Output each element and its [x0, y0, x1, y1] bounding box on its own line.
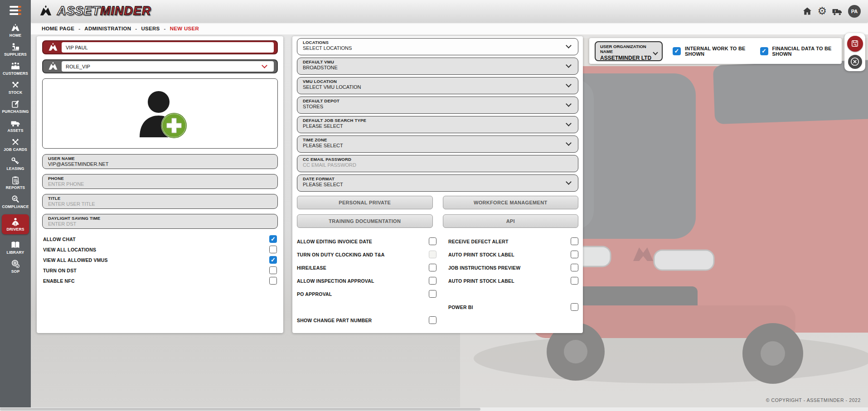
auto-print-stock-label-checkbox-2[interactable] [571, 277, 578, 285]
receive-defect-alert-row: RECEIVE DEFECT ALERT [448, 237, 578, 245]
sidebar-item-purchasing[interactable]: PURCHASING [0, 97, 31, 116]
user-organization-select[interactable]: USER ORGANIZATION NAME ASSETMINDER LTD [595, 41, 663, 61]
show-change-part-number-row: SHOW CHANGE PART NUMBER [297, 316, 436, 324]
daylight-saving-time-field[interactable]: DAYLIGHT SAVING TIME ENTER DST [42, 214, 278, 229]
vmu-location-select[interactable]: VMU LOCATION SELECT VMU LOCATION [297, 77, 578, 94]
locations-select[interactable]: LOCATIONS SELECT LOCATIONS [297, 38, 578, 55]
user-display-name-field[interactable]: VIP PAUL [42, 40, 278, 54]
breadcrumb: HOME PAGE - ADMINISTRATION - USERS - NEW… [31, 22, 868, 34]
sidebar-item-home[interactable]: HOME [0, 21, 31, 40]
sidebar-item-customers[interactable]: CUSTOMERS [0, 59, 31, 78]
auto-print-stock-label-row-1: AUTO PRINT STOCK LABEL [448, 251, 578, 258]
assetminder-logo-icon [48, 43, 58, 52]
view-all-locations-checkbox[interactable] [269, 246, 277, 253]
financial-data-checkbox[interactable] [760, 47, 768, 55]
cc-email-password-input[interactable]: CC EMAIL PASSWORD CC EMAIL PASSWORD [297, 155, 578, 172]
sidebar-item-job-cards[interactable]: JOB CARDS [0, 135, 31, 154]
section-buttons: PERSONAL PRIVATE WORKFORCE MANAGEMENT TR… [297, 196, 578, 228]
organization-panel: USER ORGANIZATION NAME ASSETMINDER LTD I… [589, 38, 842, 64]
receive-defect-alert-checkbox[interactable] [571, 237, 578, 245]
sidebar-item-stock[interactable]: STOCK [0, 78, 31, 97]
sidebar-item-drivers[interactable]: DRIVERS [2, 214, 29, 234]
financial-data-row: FINANCIAL DATA TO BE SHOWN [760, 46, 836, 57]
default-vmu-select[interactable]: DEFAULT VMU BROADSTONE [297, 58, 578, 75]
view-all-allowed-vmus-row: VIEW ALL ALLOWED VMUS [42, 255, 278, 265]
default-depot-select[interactable]: DEFAULT DEPOT STORES [297, 97, 578, 114]
show-change-part-number-checkbox[interactable] [429, 316, 436, 324]
horizontal-scrollbar[interactable] [0, 407, 868, 411]
auto-print-stock-label-checkbox-1[interactable] [571, 251, 578, 258]
sidebar-item-sop[interactable]: SOP [0, 257, 31, 276]
save-icon [850, 39, 859, 48]
time-zone-select[interactable]: TIME ZONE PLEASE SELECT [297, 135, 578, 153]
compliance-magnifier-icon [10, 195, 20, 203]
assets-truck-icon [10, 119, 20, 127]
hire-lease-checkbox[interactable] [429, 264, 436, 271]
job-cards-tools-icon [10, 138, 20, 146]
sidebar-item-suppliers[interactable]: SUPPLIERS [0, 40, 31, 59]
training-documentation-button[interactable]: TRAINING DOCUMENTATION [297, 214, 433, 228]
username-field[interactable]: USER NAME VIP@ASSETMINDER.NET [42, 154, 278, 169]
internal-work-row: INTERNAL WORK TO BE SHOWN [673, 46, 750, 57]
breadcrumb-administration[interactable]: ADMINISTRATION [84, 26, 131, 31]
role-select[interactable]: ROLE_VIP [42, 59, 278, 73]
turn-on-dst-checkbox[interactable] [269, 266, 277, 274]
permissions-checkbox-grid: ALLOW EDITING INVOICE DATE RECEIVE DEFEC… [297, 235, 578, 327]
view-all-allowed-vmus-checkbox[interactable] [269, 256, 277, 264]
top-bar: ASSETMINDER ⚙ i PA [31, 0, 868, 22]
workforce-management-button[interactable]: WORKFORCE MANAGEMENT [443, 196, 579, 209]
user-avatar[interactable]: PA [848, 5, 861, 18]
assetminder-logo-icon [39, 5, 53, 17]
hamburger-menu-icon[interactable] [0, 0, 31, 21]
breadcrumb-separator: - [135, 26, 137, 31]
suppliers-icon [10, 43, 20, 51]
save-button[interactable] [847, 36, 863, 52]
profile-photo-upload[interactable] [42, 78, 278, 149]
home-icon[interactable] [802, 6, 813, 17]
breadcrumb-users[interactable]: USERS [141, 26, 160, 31]
close-icon [850, 57, 860, 67]
breadcrumb-current-new-user: NEW USER [170, 26, 199, 31]
brand[interactable]: ASSETMINDER [39, 4, 151, 18]
chevron-down-icon [262, 63, 267, 68]
default-job-search-type-select[interactable]: DEFAULT JOB SEARCH TYPE PLEASE SELECT [297, 116, 578, 133]
api-button[interactable]: API [443, 214, 579, 228]
user-identity-panel: VIP PAUL ROLE_VIP USER NAME VIP@ASSETMIN… [37, 36, 283, 333]
sidebar-item-leasing[interactable]: LEASING [0, 154, 31, 173]
allow-chat-checkbox[interactable] [269, 235, 277, 243]
power-bi-checkbox[interactable] [571, 303, 578, 311]
personal-private-button[interactable]: PERSONAL PRIVATE [297, 196, 433, 209]
view-all-locations-row: VIEW ALL LOCATIONS [42, 244, 278, 255]
sop-globe-icon [10, 259, 20, 268]
po-approval-checkbox[interactable] [429, 290, 436, 298]
user-settings-panel: LOCATIONS SELECT LOCATIONS DEFAULT VMU B… [292, 36, 583, 333]
brand-title: ASSETMINDER [57, 4, 151, 18]
title-field[interactable]: TITLE ENTER USER TITLE [42, 194, 278, 209]
allow-editing-invoice-date-checkbox[interactable] [429, 237, 436, 245]
hire-lease-row: HIRE/LEASE [297, 264, 436, 271]
close-button[interactable] [848, 55, 862, 69]
library-book-icon [10, 241, 20, 249]
breadcrumb-home-page[interactable]: HOME PAGE [42, 26, 74, 31]
stock-wrenches-icon [10, 81, 20, 89]
sidebar-item-reports[interactable]: REPORTS [0, 173, 31, 192]
enable-nfc-checkbox[interactable] [269, 277, 277, 285]
leasing-keys-icon [10, 157, 20, 165]
sidebar-item-compliance[interactable]: COMPLIANCE [0, 192, 31, 211]
turn-on-duty-clocking-row: TURN ON DUTY CLOCKING AND T&A [297, 251, 436, 258]
date-format-select[interactable]: DATE FORMAT PLEASE SELECT [297, 174, 578, 192]
purchasing-icon [10, 100, 20, 108]
phone-field[interactable]: PHONE ENTER PHONE [42, 174, 278, 189]
sidebar-item-library[interactable]: LIBRARY [0, 238, 31, 257]
settings-gear-icon[interactable]: ⚙ [817, 6, 827, 16]
job-instructions-preview-checkbox[interactable] [571, 264, 578, 271]
allow-inspection-approval-checkbox[interactable] [429, 277, 436, 285]
internal-work-checkbox[interactable] [673, 47, 681, 55]
po-approval-row: PO APPROVAL [297, 290, 436, 298]
sidebar-item-assets[interactable]: ASSETS [0, 116, 31, 135]
asset-info-truck-icon[interactable]: i [831, 6, 844, 17]
auto-print-stock-label-row-2: AUTO PRINT STOCK LABEL [448, 277, 578, 285]
user-display-name-value[interactable]: VIP PAUL [62, 42, 274, 53]
scrollbar-thumb[interactable] [0, 408, 480, 411]
role-select-value[interactable]: ROLE_VIP [62, 61, 274, 72]
